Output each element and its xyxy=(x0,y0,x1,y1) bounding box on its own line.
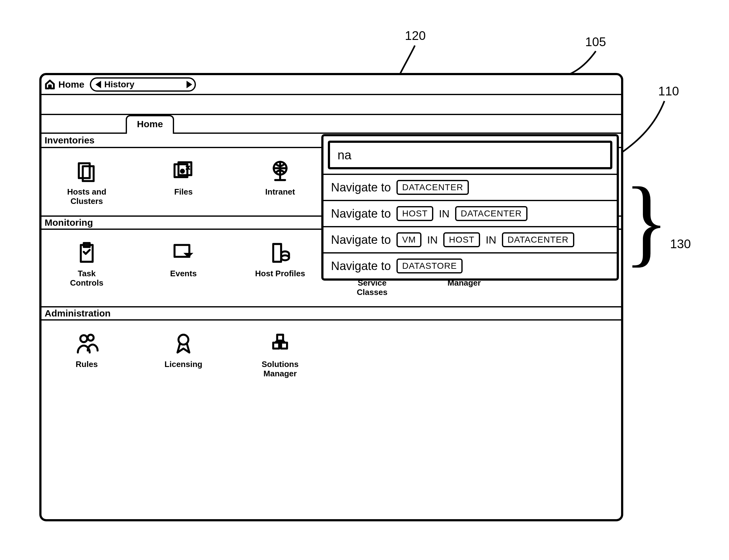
tag-datacenter: DATACENTER xyxy=(455,206,528,221)
svg-point-15 xyxy=(80,336,87,342)
suggestion-row[interactable]: Navigate to VM IN HOST IN DATACENTER xyxy=(323,226,617,252)
annotation-130: 130 xyxy=(670,237,691,251)
navigate-to-label: Navigate to xyxy=(331,181,391,194)
tile-label: Files xyxy=(174,187,192,197)
tile-licensing[interactable]: Licensing xyxy=(157,332,210,379)
navigate-to-label: Navigate to xyxy=(331,233,391,247)
suggestion-row[interactable]: Navigate to HOST IN DATACENTER xyxy=(323,200,617,226)
keyword-in: IN xyxy=(486,234,496,246)
svg-point-4 xyxy=(181,170,184,173)
keyword-in: IN xyxy=(427,234,438,246)
breadcrumb-home[interactable]: Home xyxy=(45,79,84,90)
history-label: History xyxy=(104,80,134,89)
tag-datastore: DATASTORE xyxy=(397,258,462,273)
tile-host-profiles[interactable]: Host Profiles xyxy=(253,241,306,297)
svg-point-12 xyxy=(281,255,289,260)
brace-130: } xyxy=(624,172,669,271)
hosts-clusters-icon xyxy=(75,159,99,183)
globe-icon xyxy=(268,159,292,183)
tile-intranet[interactable]: Intranet xyxy=(253,159,306,206)
host-profile-icon xyxy=(268,241,292,265)
annotation-110: 110 xyxy=(658,84,679,98)
breadcrumb-bar: Home History xyxy=(41,75,621,95)
search-popup: na Navigate to DATACENTER Navigate to HO… xyxy=(321,134,619,281)
annotation-105: 105 xyxy=(585,35,606,49)
search-value: na xyxy=(337,148,351,162)
tag-vm: VM xyxy=(397,232,422,247)
svg-point-16 xyxy=(88,335,94,341)
toolbar-row xyxy=(41,95,621,115)
tile-label: Intranet xyxy=(265,187,295,197)
history-dropdown[interactable]: History xyxy=(90,77,196,92)
tile-task-controls[interactable]: Task Controls xyxy=(60,241,113,297)
tile-label: Licensing xyxy=(164,360,202,369)
tab-bar: Home xyxy=(41,115,621,134)
tile-label: Hosts and Clusters xyxy=(60,187,113,206)
suggestion-row[interactable]: Navigate to DATACENTER xyxy=(323,174,617,200)
tile-label: Task Controls xyxy=(60,269,113,288)
badge-icon xyxy=(171,332,195,355)
tab-home[interactable]: Home xyxy=(126,115,174,134)
breadcrumb-home-label: Home xyxy=(58,79,84,90)
tile-label: Host Profiles xyxy=(255,269,305,278)
tile-rules[interactable]: Rules xyxy=(60,332,113,379)
navigate-to-label: Navigate to xyxy=(331,259,391,273)
tile-label: Solutions Manager xyxy=(253,360,306,379)
tag-host: HOST xyxy=(397,206,433,221)
tile-events[interactable]: Events xyxy=(157,241,210,297)
keyword-in: IN xyxy=(439,208,450,220)
chevron-right-icon xyxy=(186,81,192,88)
tag-host: HOST xyxy=(443,232,480,247)
tile-files[interactable]: Files xyxy=(157,159,210,206)
home-icon xyxy=(45,79,55,90)
navigate-to-label: Navigate to xyxy=(331,207,391,220)
lead-line-110 xyxy=(618,100,671,156)
admin-row: Rules Licensing Solutions Manager xyxy=(41,321,621,388)
chevron-left-icon xyxy=(95,81,101,88)
tile-hosts-clusters[interactable]: Hosts and Clusters xyxy=(60,159,113,206)
tile-solutions-manager[interactable]: Solutions Manager xyxy=(253,332,306,379)
annotation-120: 120 xyxy=(405,29,426,43)
svg-rect-11 xyxy=(273,244,281,262)
search-input[interactable]: na xyxy=(328,141,612,169)
clipboard-icon xyxy=(75,241,99,265)
blocks-icon xyxy=(268,332,292,355)
tag-datacenter: DATACENTER xyxy=(502,232,574,247)
tile-label: Events xyxy=(170,269,196,278)
files-icon xyxy=(171,159,195,183)
suggestion-row[interactable]: Navigate to DATASTORE xyxy=(323,252,617,278)
events-icon xyxy=(171,241,195,265)
section-header-admin: Administration xyxy=(41,306,621,321)
tile-label: Rules xyxy=(76,360,98,369)
users-icon xyxy=(75,332,99,355)
tag-datacenter: DATACENTER xyxy=(397,180,469,195)
